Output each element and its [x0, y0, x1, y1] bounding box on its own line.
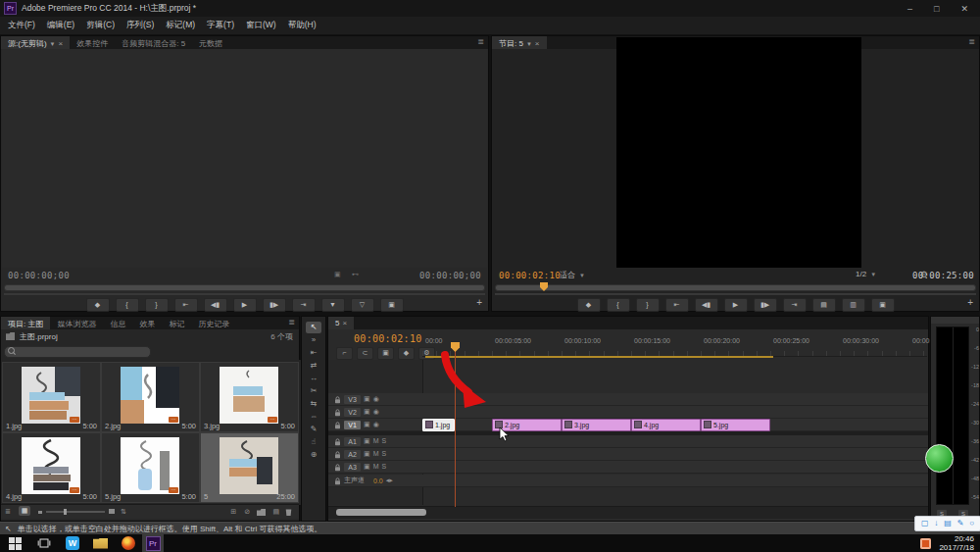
program-button-editor-plus[interactable]: + — [967, 297, 973, 308]
clip-1.jpg[interactable]: 1.jpg — [422, 419, 455, 431]
clock-time[interactable]: 20:46 — [939, 534, 974, 543]
project-item-1.jpg[interactable]: ···1.jpg5:00 — [2, 362, 101, 432]
zoom-in-thumb-icon[interactable] — [109, 509, 115, 514]
project-item-2.jpg[interactable]: ···2.jpg5:00 — [101, 362, 200, 432]
zoom-tool[interactable]: ⊕ — [306, 449, 321, 461]
search-input[interactable] — [18, 347, 144, 357]
panel-menu-icon[interactable]: ≣ — [284, 317, 299, 329]
timeline-h-scrollbar[interactable] — [328, 506, 928, 519]
capture-circle-icon[interactable]: ○ — [969, 517, 974, 530]
step-forward-button[interactable]: ▮▶ — [754, 298, 777, 312]
add-marker-button[interactable]: ◆ — [398, 347, 415, 360]
timeline-timecode[interactable]: 00:00:02:10 — [354, 333, 422, 344]
track-name-A1[interactable]: A1 — [344, 437, 361, 446]
project-item-5.jpg[interactable]: ···5.jpg5:00 — [101, 432, 200, 503]
rolling-edit-tool[interactable]: ⇄ — [306, 360, 321, 372]
automate-to-sequence-icon[interactable]: ⊞ — [230, 508, 236, 516]
project-item-4.jpg[interactable]: ···4.jpg5:00 — [2, 432, 101, 503]
rate-stretch-tool[interactable]: ↔ — [306, 373, 321, 384]
capture-panel-icon[interactable]: ▤ — [944, 517, 952, 530]
menu-item-4[interactable]: 标记(M) — [160, 18, 201, 33]
menu-item-1[interactable]: 编辑(E) — [41, 18, 80, 33]
menu-item-5[interactable]: 字幕(T) — [201, 18, 240, 33]
track-select-tool[interactable]: » — [306, 334, 321, 346]
source-scrub-bar[interactable] — [4, 284, 485, 291]
mark-out-button[interactable]: } — [145, 298, 169, 312]
menu-item-0[interactable]: 文件(F) — [2, 18, 41, 33]
sync-lock-icon[interactable]: ▣ — [364, 395, 370, 403]
tab-project-4[interactable]: 标记 — [162, 317, 191, 329]
master-level-value[interactable]: 0.0 — [373, 477, 383, 484]
source-drag-video-icon[interactable]: ⊷ — [352, 271, 359, 278]
track-name-V3[interactable]: V3 — [344, 395, 361, 404]
project-item-5[interactable]: 525:00 — [200, 432, 299, 503]
tab-close-icon[interactable]: × — [59, 39, 64, 48]
step-back-button[interactable]: ◀▮ — [695, 298, 718, 312]
add-marker-button[interactable]: ◆ — [577, 298, 601, 312]
capture-toolbar-overlay[interactable]: ▢ ↓ ▤ ✎ ○ — [914, 516, 980, 531]
track-name-A3[interactable]: A3 — [344, 463, 361, 472]
find-icon[interactable]: ⊘ — [244, 508, 250, 516]
mark-out-button[interactable]: } — [636, 298, 660, 312]
tab-menu-icon[interactable]: ▼ — [50, 41, 56, 47]
sync-lock-icon[interactable]: ▣ — [364, 450, 370, 458]
insert-button[interactable]: ▼ — [321, 298, 345, 312]
export-frame-button[interactable]: ▣ — [380, 298, 404, 312]
sort-icons-button[interactable]: ⇅ — [121, 508, 126, 516]
sync-lock-icon[interactable]: ▣ — [364, 408, 370, 416]
track-output-eye-icon[interactable]: ◉ — [373, 408, 379, 416]
zoom-out-thumb-icon[interactable] — [38, 511, 42, 514]
program-timecode-current[interactable]: 00:00:02:10 — [499, 271, 561, 280]
solo-button[interactable]: S — [381, 450, 386, 458]
track-A2[interactable]: A2▣MS — [328, 448, 928, 461]
source-display-mode-icon[interactable]: ▣ — [334, 271, 341, 278]
menu-item-3[interactable]: 序列(S) — [121, 18, 160, 33]
panel-menu-icon[interactable]: ≣ — [473, 36, 488, 49]
track-A1[interactable]: A1▣MS — [328, 435, 928, 448]
overwrite-button[interactable]: ▽ — [351, 298, 374, 312]
mute-button[interactable]: M — [373, 450, 379, 458]
mark-in-button[interactable]: { — [607, 298, 630, 312]
go-to-in-button[interactable]: ⇤ — [174, 298, 198, 312]
close-button[interactable]: ✕ — [960, 4, 968, 14]
start-button-icon[interactable] — [9, 537, 22, 550]
track-output-eye-icon[interactable]: ◉ — [373, 421, 379, 428]
step-back-button[interactable]: ◀▮ — [204, 298, 227, 312]
tab-source-2[interactable]: 音频剪辑混合器: 5 — [115, 36, 192, 49]
master-meter-icon[interactable]: ◂▸ — [386, 477, 393, 484]
menu-item-2[interactable]: 剪辑(C) — [80, 18, 121, 33]
tab-source-3[interactable]: 元数据 — [192, 36, 229, 49]
list-view-button[interactable]: ≣ — [5, 508, 11, 516]
tab-source-0[interactable]: 源:(无剪辑)▼× — [1, 36, 70, 49]
thumb-size-slider[interactable] — [46, 511, 105, 513]
clip-4.jpg[interactable]: 4.jpg — [631, 419, 701, 431]
track-lock-icon[interactable] — [334, 472, 341, 489]
tab-program[interactable]: 节目: 5▼× — [492, 36, 547, 49]
extract-button[interactable]: ▥ — [842, 298, 865, 312]
source-button-editor-plus[interactable]: + — [476, 297, 482, 308]
play-button[interactable]: ▶ — [724, 298, 748, 312]
source-zoom-bar[interactable] — [4, 293, 485, 295]
icon-view-button[interactable]: ▦ — [19, 506, 30, 516]
step-forward-button[interactable]: ▮▶ — [263, 298, 286, 312]
slip-tool[interactable]: ⇆ — [306, 398, 321, 410]
go-to-out-button[interactable]: ⇥ — [292, 298, 316, 312]
capture-pen-icon[interactable]: ✎ — [957, 517, 964, 530]
program-resolution-select[interactable]: 1/2▼ — [853, 270, 879, 278]
program-scrub-bar[interactable] — [495, 284, 976, 291]
project-search-box[interactable] — [4, 346, 151, 358]
sync-lock-icon[interactable]: ▣ — [364, 437, 370, 445]
clock-date[interactable]: 2017/7/18 — [939, 543, 974, 552]
ripple-edit-tool[interactable]: ⇤ — [306, 347, 321, 359]
menu-item-6[interactable]: 窗口(W) — [240, 18, 282, 33]
mute-button[interactable]: M — [373, 437, 379, 445]
project-item-3.jpg[interactable]: ···3.jpg5:00 — [200, 362, 299, 432]
maximize-button[interactable]: □ — [934, 4, 939, 14]
taskbar-file-explorer-icon[interactable] — [93, 538, 108, 549]
source-timecode-current[interactable]: 00:00:00;00 — [8, 271, 70, 280]
project-file-name[interactable]: 主图.prproj — [20, 331, 58, 342]
tray-app-icon[interactable] — [920, 538, 931, 549]
tab-project-3[interactable]: 效果 — [132, 317, 162, 329]
taskbar-premiere-icon[interactable]: Pr — [142, 534, 164, 552]
add-marker-button[interactable]: ◆ — [86, 298, 110, 312]
